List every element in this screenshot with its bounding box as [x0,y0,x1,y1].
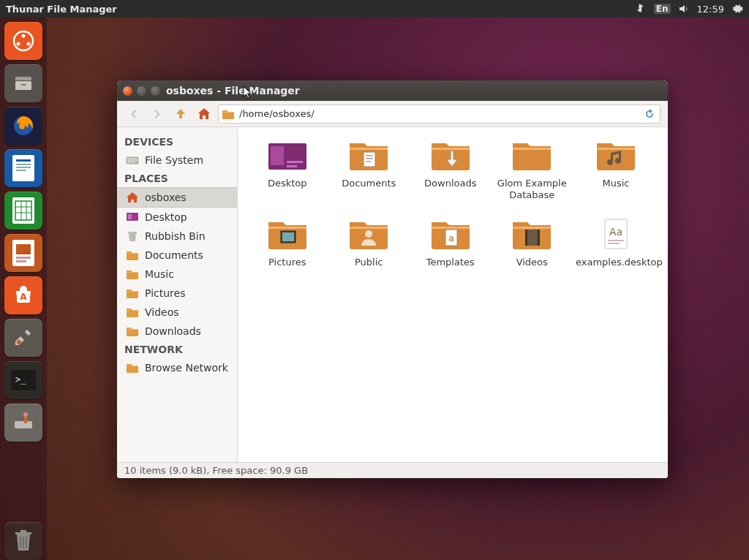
launcher-trash[interactable] [4,522,42,560]
sidebar-item-label: Rubbish Bin [145,230,206,242]
nav-back-button[interactable] [124,105,143,124]
sidebar-item-label: Browse Network [145,362,228,374]
svg-rect-12 [16,170,26,171]
svg-rect-59 [608,240,624,241]
nav-forward-button[interactable] [148,105,167,124]
svg-text:A: A [20,292,27,302]
gear-icon[interactable] [731,3,743,15]
sidebar-item-label: Desktop [145,211,187,223]
svg-rect-40 [127,366,138,366]
svg-rect-56 [538,230,540,246]
maximize-button[interactable] [151,86,160,96]
svg-rect-21 [16,257,31,259]
sidebar-header: DEVICES [117,133,237,151]
network-icon[interactable] [635,3,647,15]
svg-point-3 [27,42,31,46]
launcher-software[interactable]: A [4,276,42,314]
svg-point-2 [17,42,20,46]
nav-up-button[interactable] [171,105,190,124]
file-icon [266,218,309,252]
launcher-writer[interactable] [4,149,42,187]
sidebar-item-pictures[interactable]: Pictures [117,284,237,303]
sound-icon[interactable] [678,3,690,15]
reload-icon[interactable] [644,108,655,120]
indicator-area: En 12:59 [635,0,743,18]
svg-rect-34 [128,214,132,219]
svg-rect-39 [127,329,138,330]
clock[interactable]: 12:59 [697,4,724,15]
svg-rect-37 [127,291,138,292]
launcher-impress[interactable] [4,234,42,272]
window-title: osboxes - File Manager [166,85,300,97]
sidebar-item-osboxes[interactable]: osboxes [117,187,237,208]
file-item-desktop[interactable]: Desktop [248,137,327,203]
folder-icon [126,268,139,281]
file-icon [595,139,637,173]
launcher-terminal[interactable]: >_ [4,361,42,399]
sidebar: DEVICESFile SystemPLACESosboxesDesktopRu… [117,127,238,462]
sidebar-item-downloads[interactable]: Downloads [117,322,237,341]
file-item-downloads[interactable]: Downloads [411,137,490,203]
file-item-documents[interactable]: Documents [330,137,409,203]
sidebar-item-desktop[interactable]: Desktop [117,208,237,227]
svg-rect-45 [364,152,375,167]
nav-home-button[interactable] [195,105,214,124]
svg-point-25 [17,340,21,344]
menubar-app-title: Thunar File Manager [6,4,117,15]
launcher-dash[interactable] [4,22,42,60]
launcher-calc[interactable] [4,192,42,230]
sidebar-item-music[interactable]: Music [117,265,237,284]
sidebar-item-documents[interactable]: Documents [117,246,237,265]
sidebar-item-rubbish-bin[interactable]: Rubbish Bin [117,227,237,246]
svg-rect-55 [525,230,527,246]
file-item-pictures[interactable]: Pictures [248,216,327,270]
file-label: examples.desktop [576,257,656,268]
status-text: 10 items (9.0 kB), Free space: 90.9 GB [124,465,308,476]
launcher: A>_ [0,18,47,560]
file-label: Documents [342,178,396,189]
sidebar-item-browse-network[interactable]: Browse Network [117,358,237,377]
address-path[interactable]: /home/osboxes/ [239,108,639,119]
desktop-icon [126,211,139,224]
file-label: Templates [426,257,475,268]
sidebar-item-file-system[interactable]: File System [117,151,237,170]
svg-text:>_: >_ [15,374,26,385]
launcher-files[interactable] [4,64,42,102]
launcher-settings[interactable] [4,319,42,357]
file-item-templates[interactable]: aTemplates [411,216,490,270]
language-indicator[interactable]: En [654,4,671,14]
svg-point-1 [22,34,26,38]
file-manager-window: osboxes - File Manager /home/osboxes/ DE… [117,80,668,478]
window-buttons [123,86,160,96]
file-label: Desktop [268,178,307,189]
svg-rect-60 [608,243,620,244]
file-item-glom-example-database[interactable]: Glom Example Database [493,137,572,203]
file-item-music[interactable]: Music [574,137,658,203]
file-item-examples-desktop[interactable]: Aaexamples.desktop [574,216,658,270]
file-icon [347,139,390,173]
file-label: Downloads [424,178,476,189]
svg-rect-6 [21,84,26,86]
window-titlebar[interactable]: osboxes - File Manager [117,80,668,101]
file-grid[interactable]: DesktopDocumentsDownloadsGlom Example Da… [238,127,668,462]
close-button[interactable] [123,86,132,96]
address-bar[interactable]: /home/osboxes/ [218,105,660,124]
svg-rect-38 [127,310,138,311]
minimize-button[interactable] [137,86,146,96]
svg-rect-10 [16,164,31,165]
file-item-videos[interactable]: Videos [493,216,572,270]
launcher-dconf[interactable] [4,404,42,442]
home-icon [126,191,139,204]
sidebar-item-label: Pictures [145,287,185,299]
file-item-public[interactable]: Public [330,216,409,270]
launcher-firefox[interactable] [4,107,42,145]
drive-icon [126,154,139,167]
svg-rect-9 [16,159,31,162]
file-label: Music [603,178,630,189]
sidebar-header: PLACES [117,170,237,187]
sidebar-item-videos[interactable]: Videos [117,303,237,322]
sidebar-item-label: osboxes [145,192,187,203]
file-label: Pictures [268,257,306,268]
sidebar-item-label: File System [145,154,203,166]
folder-icon [126,361,139,374]
